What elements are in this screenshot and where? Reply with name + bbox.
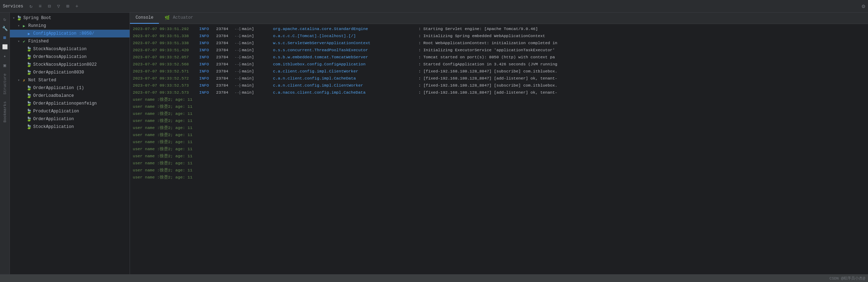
log-thread: main]	[242, 33, 270, 39]
log-level: INFO	[199, 40, 215, 46]
log-plain-row: user name :徐垄2; age: 11	[130, 103, 868, 110]
group-icon[interactable]: ⊞	[64, 3, 71, 10]
collapse-all-icon[interactable]: ≡	[37, 3, 44, 10]
log-level: INFO	[199, 54, 215, 60]
log-timestamp: 2023-07-07 09:33:51.338	[133, 33, 196, 39]
tree-item-config-app[interactable]: ▶ ConfigApplication :8050/	[10, 30, 130, 37]
log-thread: main]	[242, 47, 270, 53]
terminal-icon[interactable]: ▣	[1, 61, 9, 69]
log-row: 2023-07-07 09:33:52.568 INFO 23784 --- […	[130, 61, 868, 68]
log-plain-row: user name :徐垄2; age: 11	[130, 110, 868, 117]
log-message: : [fixed-192.168.180.128_8847] [add-list…	[418, 75, 865, 82]
wrench-icon[interactable]: 🔧	[1, 25, 9, 33]
tab-bar: Console 🌿 Actuator	[130, 13, 868, 24]
log-row: 2023-07-07 09:33:52.057 INFO 23784 --- […	[130, 54, 868, 61]
log-level: INFO	[199, 75, 215, 82]
tab-actuator[interactable]: 🌿 Actuator	[159, 13, 199, 24]
log-plain-text: user name :徐垄2; age: 11	[133, 111, 192, 117]
stock-nacos-label: StockNacosApplication	[33, 47, 87, 52]
expand-all-icon[interactable]: ⊟	[46, 3, 53, 10]
tree-item-finished[interactable]: ✔ Finished	[10, 37, 130, 45]
filter-icon[interactable]: ▽	[55, 3, 62, 10]
tree-item-order-app[interactable]: 🍃 OrderApplication	[10, 115, 130, 123]
log-thread: main]	[242, 40, 270, 46]
log-class: c.a.n.client.config.impl.ClientWorker	[273, 82, 414, 89]
log-plain-text: user name :徐垄2; age: 11	[133, 174, 192, 181]
order-nacos-icon: 🍃	[26, 54, 32, 60]
log-timestamp: 2023-07-07 09:33:51.420	[133, 47, 196, 53]
log-plain-row: user name :徐垄2; age: 11	[130, 131, 868, 139]
log-area[interactable]: 2023-07-07 09:33:51.292 INFO 23784 --- […	[130, 24, 868, 274]
order-openfeign-icon: 🍃	[26, 101, 32, 106]
camera-icon[interactable]: ⬜	[1, 43, 9, 51]
tree-item-product-app[interactable]: 🍃 ProductApplication	[10, 107, 130, 115]
log-level: INFO	[199, 47, 215, 53]
log-pid: 23784	[216, 89, 234, 96]
tree-item-order-openfeign[interactable]: 🍃 OrderApplicationopenfeign	[10, 100, 130, 107]
log-pid: 23784	[216, 47, 234, 53]
stock-nacos-icon: 🍃	[26, 46, 32, 52]
log-plain-text: user name :徐垄2; age: 11	[133, 139, 192, 145]
structure-label[interactable]: Structure	[1, 71, 8, 97]
log-pid: 23784	[216, 33, 234, 39]
top-bar: Services ↻ ≡ ⊟ ▽ ⊞ + ⚙	[0, 0, 868, 13]
tree-item-stock-nacos8022[interactable]: 🍃 StockNacosApplication8022	[10, 61, 130, 69]
log-class: c.a.client.config.impl.ClientWorker	[273, 68, 414, 75]
refresh-icon[interactable]: ↻	[28, 3, 35, 10]
log-pid: 23784	[216, 61, 234, 67]
tree-item-order-nacos[interactable]: 🍃 OrderNacosApplication	[10, 53, 130, 61]
log-thread: main]	[242, 54, 270, 60]
log-level: INFO	[199, 26, 215, 32]
log-message: : [fixed-192.168.180.128_8847] [subscrib…	[418, 68, 865, 75]
log-plain-row: user name :徐垄2; age: 11	[130, 96, 868, 103]
tree-item-order-8030[interactable]: 🍃 OrderApplication8030	[10, 69, 130, 76]
config-app-label: ConfigApplication :8050/	[33, 31, 94, 36]
log-message: : Initializing Spring embedded WebApplic…	[418, 33, 865, 39]
not-started-icon: ✗	[21, 77, 27, 83]
order-app1-icon: 🍃	[26, 85, 32, 91]
finished-arrow	[16, 39, 21, 44]
log-pid: 23784	[216, 68, 234, 75]
order-lb-icon: 🍃	[26, 93, 32, 99]
tree-item-order-app1[interactable]: 🍃 OrderApplication (1)	[10, 84, 130, 92]
log-timestamp: 2023-07-07 09:33:52.571	[133, 68, 196, 75]
log-thread: main]	[242, 61, 270, 67]
tree-item-order-loadbalance[interactable]: 🍃 OrderLoadbalance	[10, 92, 130, 100]
log-message: : Started ConfigApplication in 3.426 sec…	[418, 61, 865, 67]
not-started-arrow	[16, 78, 21, 83]
tree-item-spring-boot[interactable]: 🍃 Spring Boot	[10, 14, 130, 22]
main-content: ↻ 🔧 ⊞ ⬜ ✦ ▣ Structure Bookmarks 🍃 Spring…	[0, 13, 868, 274]
running-arrow	[16, 23, 21, 28]
services-side-icon[interactable]: ⊞	[1, 34, 9, 42]
refresh-side-icon[interactable]: ↻	[1, 16, 9, 23]
add-icon[interactable]: +	[73, 3, 81, 10]
log-plain-row: user name :徐垄2; age: 11	[130, 124, 868, 131]
log-plain-text: user name :徐垄2; age: 11	[133, 153, 192, 159]
log-plain-text: user name :徐垄2; age: 11	[133, 96, 192, 103]
log-timestamp: 2023-07-07 09:33:51.338	[133, 40, 196, 46]
log-row: 2023-07-07 09:33:51.338 INFO 23784 --- […	[130, 33, 868, 40]
log-class: c.a.n.client.config.impl.CacheData	[273, 75, 414, 82]
spring-boot-arrow	[11, 16, 16, 20]
tree-item-stock-app[interactable]: 🍃 StockApplication	[10, 123, 130, 131]
log-plain-row: user name :徐垄2; age: 11	[130, 117, 868, 124]
tree-item-not-started[interactable]: ✗ Not Started	[10, 76, 130, 84]
log-row: 2023-07-07 09:33:52.572 INFO 23784 --- […	[130, 75, 868, 82]
status-bar: CSDN @程序员小杰@	[0, 274, 868, 282]
order-nacos-label: OrderNacosApplication	[33, 54, 87, 59]
log-plain-text: user name :徐垄2; age: 11	[133, 118, 192, 124]
stock-8022-icon: 🍃	[26, 62, 32, 67]
order-app1-label: OrderApplication (1)	[33, 86, 84, 90]
tab-console[interactable]: Console	[130, 13, 159, 24]
debug-icon[interactable]: ✦	[1, 52, 9, 60]
spring-boot-icon: 🍃	[16, 15, 22, 21]
log-level: INFO	[199, 61, 215, 67]
log-class: org.apache.catalina.core.StandardEngine	[273, 26, 414, 32]
tree-item-stock-nacos[interactable]: 🍃 StockNacosApplication	[10, 45, 130, 53]
settings-icon[interactable]: ⚙	[862, 3, 865, 10]
log-plain-row: user name :徐垄2; age: 11	[130, 160, 868, 167]
log-level: INFO	[199, 33, 215, 39]
tree-item-running[interactable]: ▶ Running	[10, 22, 130, 30]
bookmarks-label[interactable]: Bookmarks	[1, 99, 8, 125]
log-timestamp: 2023-07-07 09:33:52.573	[133, 82, 196, 89]
